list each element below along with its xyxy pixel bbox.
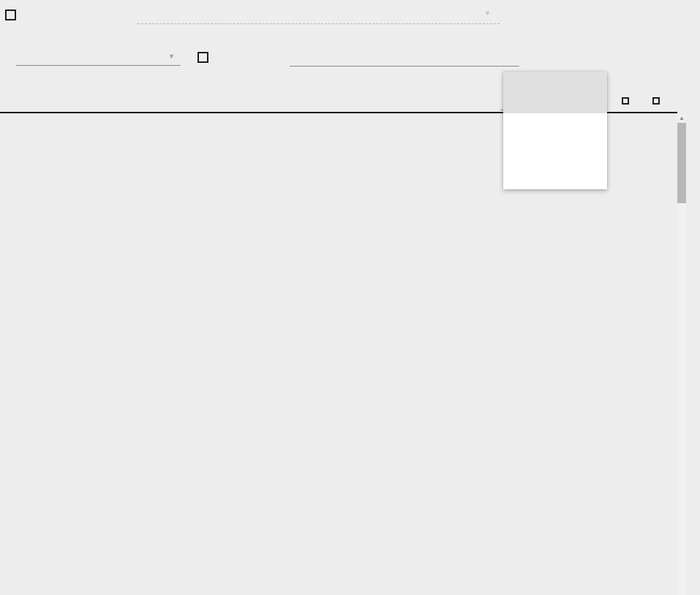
log-checkbox[interactable] <box>622 97 629 105</box>
expand-checkbox[interactable] <box>652 97 660 105</box>
menu-item-value-list-length[interactable] <box>503 151 607 189</box>
scrollbar-thumb[interactable] <box>677 123 686 203</box>
chart-type-menu <box>503 72 607 189</box>
name-filter-input[interactable] <box>290 48 519 67</box>
scrollbar-up-arrow-icon[interactable]: ▲ <box>678 115 685 122</box>
compare-dropdown-arrow-icon: ▼ <box>484 10 491 17</box>
menu-item-quantiles[interactable] <box>503 113 607 151</box>
compare-mode-checkbox[interactable] <box>5 10 16 20</box>
reverse-order-checkbox[interactable] <box>197 52 208 63</box>
sort-dropdown-arrow-icon: ▼ <box>168 53 175 60</box>
menu-item-standard[interactable] <box>503 72 607 113</box>
sort-select[interactable]: ▼ <box>16 48 181 66</box>
compare-with-input[interactable] <box>138 6 500 24</box>
